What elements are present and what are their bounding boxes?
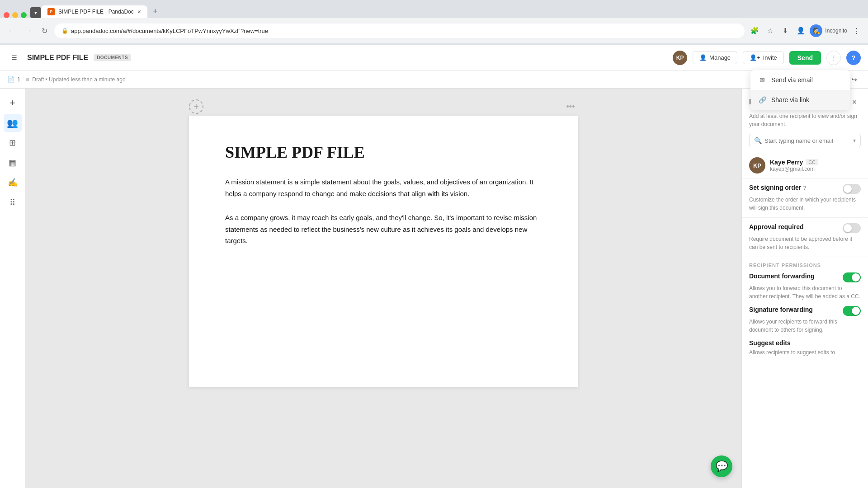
email-icon: ✉ [758, 75, 767, 84]
add-block-more-btn[interactable]: ••• [563, 99, 578, 114]
recipient-name-row: Kaye Perry CC [770, 159, 861, 166]
more-btn[interactable]: ⋮ [826, 51, 841, 65]
sidebar-sign-btn[interactable]: ✍ [4, 174, 22, 192]
sidebar-blocks-btn[interactable]: ⊞ [4, 134, 22, 152]
status-text: Draft • Updated less than a minute ago [32, 76, 125, 83]
document: SIMPLE PDF FILE A mission statement is a… [189, 116, 578, 387]
recipient-item: KP Kaye Perry CC kayep@gmail.com [742, 153, 868, 178]
doc-subheader: 📄 1 Draft • Updated less than a minute a… [0, 70, 868, 89]
permissions-section: RECIPIENT PERMISSIONS Document forwardin… [742, 257, 868, 362]
user-avatar[interactable]: KP [673, 51, 687, 65]
recipient-name: Kaye Perry [770, 159, 803, 166]
recipient-role: CC [806, 159, 818, 165]
doc-status: Draft • Updated less than a minute ago [26, 76, 125, 83]
suggest-edits-label: Suggest edits [749, 339, 791, 347]
invite-icon: 👤+ [750, 54, 760, 61]
redo-btn[interactable]: ↪ [848, 73, 861, 86]
share-via-link-label: Share via link [771, 96, 809, 103]
permissions-title: RECIPIENT PERMISSIONS [749, 263, 861, 268]
tab-close-btn[interactable]: × [137, 8, 141, 15]
search-icon: 🔍 [754, 137, 762, 144]
back-btn[interactable]: ← [5, 24, 18, 37]
hamburger-menu[interactable]: ☰ [7, 51, 22, 65]
app: ☰ SIMPLE PDF FILE DOCUMENTS KP 👤 Manage … [0, 45, 868, 488]
send-dropdown-menu: ✉ Send via email 🔗 Share via link [750, 70, 850, 110]
doc-heading: SIMPLE PDF FILE [225, 143, 542, 162]
approval-section: Approval required Require document to be… [742, 217, 868, 257]
tab-group-icon[interactable]: ▼ [30, 7, 41, 18]
tab-favicon: P [47, 8, 55, 15]
signing-order-label: Set signing order ? [749, 184, 807, 191]
sidebar-add-btn[interactable]: + [4, 94, 22, 112]
chevron-down-icon: ▾ [853, 137, 856, 144]
main-content: + 👥 ⊞ ▦ ✍ ⠿ + ••• SIMPLE PDF FILE A miss… [0, 89, 868, 488]
invite-label: Invite [763, 54, 777, 61]
approval-desc: Require document to be approved before i… [749, 235, 861, 251]
forward-btn[interactable]: → [22, 24, 34, 37]
address-bar[interactable]: 🔒 app.pandadoc.com/a/#/documents/kKyLCPF… [54, 23, 745, 38]
doc-para-1: A mission statement is a simple statemen… [225, 176, 542, 199]
sidebar-grid-btn[interactable]: ⠿ [4, 193, 22, 211]
approval-label: Approval required [749, 223, 804, 230]
suggest-edits-desc: Allows recipients to suggest edits to [749, 348, 861, 357]
sidebar-table-btn[interactable]: ▦ [4, 154, 22, 172]
signing-order-section: Set signing order ? Customize the order … [742, 178, 868, 217]
sig-forwarding-toggle[interactable] [843, 306, 861, 316]
incognito-badge: 🕵 [810, 24, 822, 37]
share-via-link-item[interactable]: 🔗 Share via link [750, 90, 850, 110]
manage-btn[interactable]: 👤 Manage [693, 51, 737, 64]
search-input[interactable] [764, 137, 850, 144]
window-close-btn[interactable] [4, 12, 9, 18]
help-btn[interactable]: ? [846, 51, 861, 65]
app-header: ☰ SIMPLE PDF FILE DOCUMENTS KP 👤 Manage … [0, 45, 868, 70]
panel-close-btn[interactable]: × [848, 96, 861, 108]
recipient-avatar: KP [749, 157, 765, 174]
panel-desc: Add at least one recipient to view and/o… [742, 112, 868, 134]
window-max-btn[interactable] [21, 12, 27, 18]
incognito-label: Incognito [825, 28, 847, 34]
doc-forwarding-toggle[interactable] [843, 272, 861, 282]
bookmark-btn[interactable]: ☆ [764, 24, 776, 37]
extensions-btn[interactable]: 🧩 [748, 24, 761, 37]
doc-body: A mission statement is a simple statemen… [225, 176, 542, 247]
download-btn[interactable]: ⬇ [779, 24, 792, 37]
manage-label: Manage [709, 54, 731, 61]
sidebar-recipients-btn[interactable]: 👥 [4, 114, 22, 132]
invite-btn[interactable]: 👤+ Invite [743, 51, 784, 64]
active-tab[interactable]: P SIMPLE PDF FILE - PandaDoc × [41, 5, 147, 18]
page-info: 📄 1 [7, 76, 20, 83]
chat-btn[interactable]: 💬 [711, 455, 732, 477]
recipient-email: kayep@gmail.com [770, 166, 861, 172]
document-area: + ••• SIMPLE PDF FILE A mission statemen… [25, 89, 741, 488]
signing-order-toggle[interactable] [843, 184, 861, 194]
send-via-email-item[interactable]: ✉ Send via email [750, 70, 850, 90]
new-tab-btn[interactable]: + [149, 5, 161, 18]
left-sidebar: + 👥 ⊞ ▦ ✍ ⠿ [0, 89, 25, 488]
add-block-btn[interactable]: + [189, 99, 203, 114]
recipient-search[interactable]: 🔍 ▾ [749, 134, 861, 147]
menu-btn[interactable]: ⋮ [850, 24, 863, 37]
address-text: app.pandadoc.com/a/#/documents/kKyLCPFoT… [71, 28, 737, 34]
status-dot [26, 78, 29, 81]
sig-forwarding-label: Signature forwarding [749, 306, 813, 313]
chat-icon: 💬 [716, 460, 728, 472]
browser-chrome: ▼ P SIMPLE PDF FILE - PandaDoc × + ← → ↻… [0, 0, 868, 45]
reload-btn[interactable]: ↻ [38, 24, 51, 37]
link-icon: 🔗 [758, 95, 767, 104]
tab-title: SIMPLE PDF FILE - PandaDoc [58, 9, 134, 15]
right-panel: + Recipie... × Add at least one recipien… [741, 89, 868, 488]
approval-toggle[interactable] [843, 223, 861, 233]
add-block-bar: + ••• [189, 98, 578, 116]
doc-forwarding-label: Document forwarding [749, 272, 815, 280]
signing-order-help-icon[interactable]: ? [803, 184, 807, 191]
page-num: 1 [17, 76, 20, 83]
profile-btn[interactable]: 👤 [794, 24, 807, 37]
doc-para-2: As a company grows, it may reach its ear… [225, 212, 542, 247]
signing-order-desc: Customize the order in which your recipi… [749, 196, 861, 212]
recipient-info: Kaye Perry CC kayep@gmail.com [770, 159, 861, 172]
page-icon: 📄 [7, 76, 14, 83]
send-btn[interactable]: Send [789, 51, 821, 65]
lock-icon: 🔒 [61, 28, 68, 34]
doc-forwarding-desc: Allows you to forward this document to a… [749, 284, 861, 300]
window-min-btn[interactable] [12, 12, 18, 18]
